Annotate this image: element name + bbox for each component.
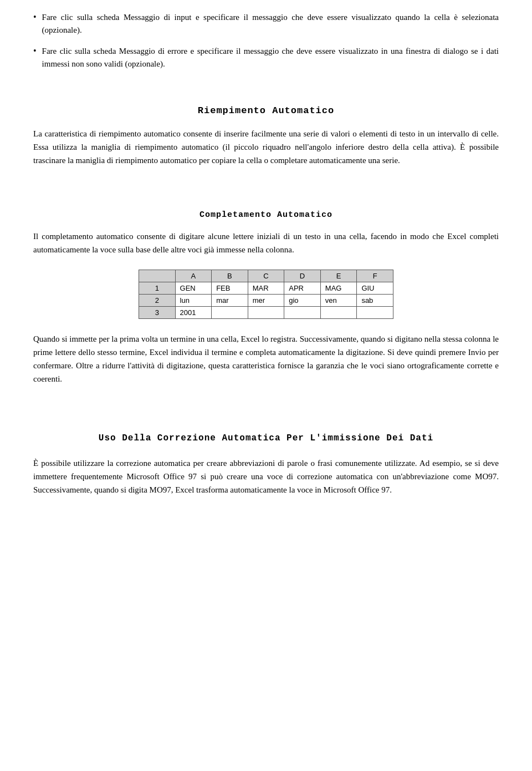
cell-3e bbox=[320, 307, 357, 319]
cell-1b: FEB bbox=[212, 282, 248, 295]
completamento-para2: Quando si immette per la prima volta un … bbox=[33, 332, 499, 385]
cell-3b bbox=[212, 307, 248, 319]
cell-2f: sab bbox=[357, 295, 393, 307]
section-completamento: Completamento Automatico Il completament… bbox=[33, 210, 499, 385]
correzione-para1-text1: È possibile utilizzare la correzione aut… bbox=[33, 459, 499, 494]
cell-3c bbox=[248, 307, 284, 319]
spreadsheet-row-3: 3 2001 bbox=[139, 307, 393, 319]
col-header-c: C bbox=[248, 270, 284, 282]
riempimento-para1-text: La caratteristica di riempimento automat… bbox=[33, 129, 499, 165]
cell-2c: mer bbox=[248, 295, 284, 307]
bullet-dot-2: • bbox=[33, 46, 37, 56]
completamento-para1: Il completamento automatico consente di … bbox=[33, 230, 499, 256]
cell-1d: APR bbox=[284, 282, 321, 295]
bullet-item-1: • Fare clic sulla scheda Messaggio di in… bbox=[33, 11, 499, 36]
cell-1a: GEN bbox=[175, 282, 212, 295]
col-header-e: E bbox=[320, 270, 357, 282]
cell-2a: lun bbox=[175, 295, 212, 307]
spreadsheet-table: A B C D E F 1 GEN FEB MAR APR MAG GIU bbox=[139, 270, 393, 319]
col-header-a: A bbox=[175, 270, 212, 282]
cell-3d bbox=[284, 307, 321, 319]
col-header-f: F bbox=[357, 270, 393, 282]
cell-3f bbox=[357, 307, 393, 319]
section-heading-correzione: Uso Della Correzione Automatica Per L'im… bbox=[33, 433, 499, 443]
section-heading-completamento: Completamento Automatico bbox=[33, 210, 499, 220]
bullet-text-1: Fare clic sulla scheda Messaggio di inpu… bbox=[42, 11, 499, 36]
spreadsheet-header-row: A B C D E F bbox=[139, 270, 393, 282]
row-num-3: 3 bbox=[139, 307, 176, 319]
section-correzione: Uso Della Correzione Automatica Per L'im… bbox=[33, 433, 499, 496]
cell-2d: gio bbox=[284, 295, 321, 307]
section-heading-riempimento: Riempimento Automatico bbox=[33, 105, 499, 116]
col-header-d: D bbox=[284, 270, 321, 282]
col-header-b: B bbox=[212, 270, 248, 282]
cell-2e: ven bbox=[320, 295, 357, 307]
correzione-para1: È possibile utilizzare la correzione aut… bbox=[33, 456, 499, 496]
row-num-2: 2 bbox=[139, 295, 176, 307]
spreadsheet-container: A B C D E F 1 GEN FEB MAR APR MAG GIU bbox=[139, 270, 393, 319]
bullet-item-2: • Fare clic sulla scheda Messaggio di er… bbox=[33, 45, 499, 70]
bullet-text-2: Fare clic sulla scheda Messaggio di erro… bbox=[42, 45, 499, 70]
spreadsheet-row-2: 2 lun mar mer gio ven sab bbox=[139, 295, 393, 307]
cell-1e: MAG bbox=[320, 282, 357, 295]
cell-3a: 2001 bbox=[175, 307, 212, 319]
section-riempimento: Riempimento Automatico La caratteristica… bbox=[33, 105, 499, 167]
row-num-1: 1 bbox=[139, 282, 176, 295]
cell-1f: GIU bbox=[357, 282, 393, 295]
completamento-para2-text1: Quando si immette per la prima volta un … bbox=[33, 334, 499, 383]
cell-2b: mar bbox=[212, 295, 248, 307]
riempimento-para1: La caratteristica di riempimento automat… bbox=[33, 127, 499, 167]
cell-1c: MAR bbox=[248, 282, 284, 295]
bullet-dot-1: • bbox=[33, 12, 37, 22]
col-header-empty bbox=[139, 270, 176, 282]
spreadsheet-row-1: 1 GEN FEB MAR APR MAG GIU bbox=[139, 282, 393, 295]
